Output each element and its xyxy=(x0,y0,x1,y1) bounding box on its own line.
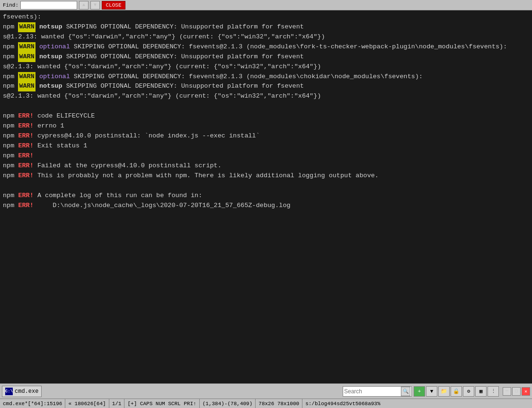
terminal-text: WARN xyxy=(18,82,35,91)
terminal-line: npm ERR! xyxy=(3,151,529,161)
terminal-text: ERR! xyxy=(18,121,33,131)
terminal-output: fsevents):npm WARN notsup SKIPPING OPTIO… xyxy=(0,10,532,383)
terminal-text: npm xyxy=(3,42,18,52)
more-icon[interactable]: ⋮ xyxy=(488,386,499,397)
terminal-line: npm ERR! errno 1 xyxy=(3,121,529,131)
terminal-text xyxy=(35,82,39,91)
find-next-button[interactable]: ▼ xyxy=(90,1,100,9)
terminal-line xyxy=(3,181,529,191)
status-bar: cmd.exe*[*64]:15196 « 180626[64] 1/1 [+]… xyxy=(0,399,532,408)
terminal-text: npm xyxy=(3,161,18,171)
terminal-text: SKIPPING OPTIONAL DEPENDENCY: Unsupporte… xyxy=(62,52,304,62)
search-input[interactable] xyxy=(344,388,401,395)
terminal-text: ERR! xyxy=(18,171,33,181)
terminal-text: SKIPPING OPTIONAL DEPENDENCY: fsevents@2… xyxy=(70,72,304,82)
terminal-text: ERR! xyxy=(18,141,33,151)
terminal-text: ogging output above. xyxy=(302,171,379,181)
terminal-line: fsevents): xyxy=(3,12,529,22)
search-button[interactable]: 🔍 xyxy=(401,387,410,396)
terminal-text: 64"}) xyxy=(302,62,321,72)
terminal-text: D:\node.js\node_cache\_logs\2020-07-20T1… xyxy=(34,201,291,211)
window-controls: ─ □ ✕ xyxy=(503,387,530,396)
terminal-line: npm WARN notsup SKIPPING OPTIONAL DEPEND… xyxy=(3,52,529,72)
add-icon[interactable]: + xyxy=(414,386,425,397)
find-label: Find: xyxy=(3,2,18,8)
terminal-text: npm xyxy=(3,72,18,82)
terminal-text: fsevents): xyxy=(3,12,41,22)
dropdown-icon[interactable]: ▼ xyxy=(426,386,437,397)
terminal-text: WARN xyxy=(18,52,35,62)
terminal-text: ERR! xyxy=(18,161,33,171)
app-name-label: cmd.exe xyxy=(15,388,38,395)
terminal-text: SKIPPING OPTIONAL DEPENDENCY: fsevents@2… xyxy=(70,42,304,52)
terminal-line: npm ERR! Exit status 1 xyxy=(3,141,529,151)
terminal-text: npm xyxy=(3,171,18,181)
terminal-text: npm xyxy=(3,201,18,211)
settings-icon[interactable]: ⚙ xyxy=(463,386,474,397)
terminal-text: Failed at the cypress@4.10.0 postinstall… xyxy=(34,161,222,171)
status-position: « 180626[64] xyxy=(65,399,109,408)
terminal-line: npm ERR! A complete log of this run can … xyxy=(3,191,529,201)
terminal-line: npm ERR! Failed at the cypress@4.10.0 po… xyxy=(3,161,529,171)
terminal-text: npm xyxy=(3,82,18,91)
terminal-text: npm xyxy=(3,131,18,141)
terminal-text: npm xyxy=(3,141,18,151)
taskbar: C:\ cmd.exe 🔍 + ▼ 📁 🔒 ⚙ ▦ ⋮ ─ □ ✕ xyxy=(0,383,532,399)
terminal-text: s@1.2.13: wanted {"os":"darwin","arch":"… xyxy=(3,32,302,42)
terminal-text xyxy=(35,72,39,82)
terminal-text: npm xyxy=(3,151,18,161)
cmd-icon: C:\ xyxy=(5,388,13,395)
terminal-text: SKIPPING OPTIONAL DEPENDENCY: Unsupporte… xyxy=(62,22,304,32)
lock-icon[interactable]: 🔒 xyxy=(451,386,462,397)
terminal-text: s@2.1.3: wanted {"os":"darwin","arch":"a… xyxy=(3,62,302,72)
terminal-text xyxy=(35,52,39,62)
terminal-text: ERR! xyxy=(18,151,33,161)
terminal-line: npm ERR! This is probably not a problem … xyxy=(3,171,529,181)
status-dimensions: 78x26 78x1000 xyxy=(256,399,302,408)
terminal-text: s@2.1.3: wanted {"os":"darwin","arch":"a… xyxy=(3,91,302,101)
terminal-text: WARN xyxy=(18,22,35,32)
terminal-text: npm xyxy=(3,191,18,201)
folder-icon[interactable]: 📁 xyxy=(438,386,450,397)
status-caps: [+] CAPS NUM SCRL PRI↑ xyxy=(124,399,199,408)
search-box: 🔍 xyxy=(343,386,412,397)
terminal-text: notsup xyxy=(39,82,62,91)
terminal-text: WARN xyxy=(18,42,35,52)
terminal-line: npm ERR! code ELIFECYCLE xyxy=(3,111,529,121)
layout-icon[interactable]: ▦ xyxy=(475,386,487,397)
terminal-text: WARN xyxy=(18,72,35,82)
find-prev-button[interactable]: ▲ xyxy=(79,1,89,9)
terminal-text: npm xyxy=(3,111,18,121)
terminal-text: npm xyxy=(3,121,18,131)
terminal-text: optional xyxy=(39,72,70,82)
status-page: 1/1 xyxy=(109,399,125,408)
find-close-button[interactable]: CLOSE xyxy=(102,1,125,9)
status-coords: (1,384)-(78,409) xyxy=(200,399,256,408)
minimize-button[interactable]: ─ xyxy=(503,387,511,396)
terminal-text: Exit status 1 xyxy=(34,141,87,151)
terminal-line: npm ERR! cypress@4.10.0 postinstall: `no… xyxy=(3,131,529,141)
terminal-text: x64"}) xyxy=(302,32,325,42)
terminal-text: cypress@4.10.0 postinstall: `node index.… xyxy=(34,131,260,141)
terminal-text: ork-ts-checker-webpack-plugin\node_modul… xyxy=(304,42,507,52)
close-button[interactable]: ✕ xyxy=(522,387,530,396)
status-file: cmd.exe*[*64]:15196 xyxy=(0,399,65,408)
terminal-line: npm WARN notsup SKIPPING OPTIONAL DEPEND… xyxy=(3,82,529,101)
cmd-taskbar-item[interactable]: C:\ cmd.exe xyxy=(2,386,42,397)
terminal-line: npm ERR! D:\node.js\node_cache\_logs\202… xyxy=(3,201,529,211)
find-input[interactable] xyxy=(20,1,77,9)
maximize-button[interactable]: □ xyxy=(512,387,521,396)
terminal-text: hokidar\node_modules\fsevents): xyxy=(304,72,423,82)
terminal-text: errno 1 xyxy=(34,121,64,131)
terminal-text: npm xyxy=(3,22,18,32)
title-bar: Find: ▲ ▼ CLOSE xyxy=(0,0,532,10)
terminal-text: A complete log of this run can be found … xyxy=(34,191,202,201)
terminal-text xyxy=(35,22,39,32)
terminal-text: notsup xyxy=(39,52,62,62)
terminal-text: SKIPPING OPTIONAL DEPENDENCY: Unsupporte… xyxy=(62,82,304,91)
terminal-line xyxy=(3,101,529,111)
terminal-text: 64"}) xyxy=(302,91,321,101)
taskbar-actions: + ▼ 📁 🔒 ⚙ ▦ ⋮ xyxy=(414,386,499,397)
terminal-text: code ELIFECYCLE xyxy=(34,111,95,121)
terminal-text: npm xyxy=(3,52,18,62)
